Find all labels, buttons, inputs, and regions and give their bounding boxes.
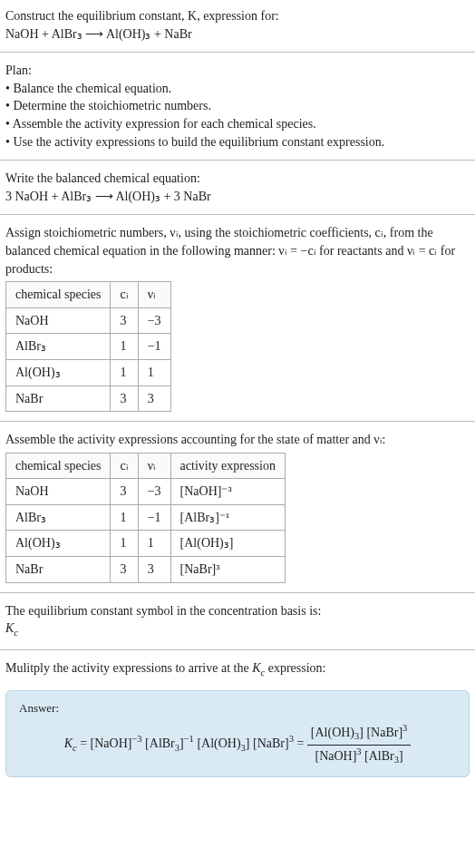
unbalanced-reaction: NaOH + AlBr₃ ⟶ Al(OH)₃ + NaBr (5, 25, 470, 44)
table-row: NaBr 3 3 (6, 385, 171, 412)
multiply-line: Mulitply the activity expressions to arr… (5, 661, 325, 675)
table-row: NaOH 3 −3 (6, 307, 171, 334)
cell-species: NaOH (6, 479, 111, 505)
cell-v: −3 (138, 307, 170, 334)
plan-item: • Assemble the activity expression for e… (5, 115, 470, 133)
kc-symbol: Kc (5, 619, 470, 639)
table-row: Al(OH)₃ 1 1 (6, 359, 171, 385)
answer-label: Answer: (19, 700, 456, 717)
balanced-label: Write the balanced chemical equation: (5, 170, 470, 188)
activity-section: Assemble the activity expressions accoun… (0, 424, 475, 590)
table-row: Al(OH)₃ 1 1 [Al(OH)₃] (6, 531, 286, 557)
divider (0, 160, 475, 161)
cell-species: AlBr₃ (6, 504, 111, 531)
plan-item: • Use the activity expressions to build … (5, 133, 470, 151)
cell-c: 1 (111, 359, 138, 385)
cell-expr: [NaOH]⁻³ (170, 479, 285, 505)
fraction-denominator: [NaOH]3 [AlBr3] (307, 746, 412, 767)
cell-expr: [NaBr]³ (170, 557, 285, 583)
cell-species: NaOH (6, 307, 111, 334)
col-c: cᵢ (111, 282, 138, 308)
stoich-intro: Assign stoichiometric numbers, νᵢ, using… (5, 224, 470, 278)
activity-intro: Assemble the activity expressions accoun… (5, 431, 470, 449)
table-row: AlBr₃ 1 −1 [AlBr₃]⁻¹ (6, 504, 286, 531)
table-header-row: chemical species cᵢ νᵢ (6, 282, 171, 308)
balanced-section: Write the balanced chemical equation: 3 … (0, 162, 475, 212)
col-v: νᵢ (138, 453, 170, 479)
stoich-table: chemical species cᵢ νᵢ NaOH 3 −3 AlBr₃ 1… (5, 281, 171, 412)
plan-item: • Determine the stoichiometric numbers. (5, 97, 470, 115)
cell-c: 3 (111, 307, 138, 334)
cell-expr: [AlBr₃]⁻¹ (170, 504, 285, 531)
cell-c: 1 (111, 531, 138, 557)
fraction-numerator: [Al(OH)3] [NaBr]3 (307, 722, 412, 745)
cell-c: 1 (111, 334, 138, 360)
cell-expr: [Al(OH)₃] (170, 531, 285, 557)
multiply-section: Mulitply the activity expressions to arr… (0, 652, 475, 687)
col-expr: activity expression (170, 453, 285, 479)
divider (0, 214, 475, 215)
cell-v: 3 (138, 385, 170, 412)
table-header-row: chemical species cᵢ νᵢ activity expressi… (6, 453, 286, 479)
cell-v: 3 (138, 557, 170, 583)
cell-c: 3 (111, 479, 138, 505)
plan-title: Plan: (5, 62, 470, 80)
cell-species: NaBr (6, 557, 111, 583)
table-row: NaOH 3 −3 [NaOH]⁻³ (6, 479, 286, 505)
cell-v: −3 (138, 479, 170, 505)
prompt-line: Construct the equilibrium constant, K, e… (5, 9, 279, 23)
plan-item: • Balance the chemical equation. (5, 80, 470, 98)
cell-species: NaBr (6, 385, 111, 412)
cell-c: 1 (111, 504, 138, 531)
cell-species: AlBr₃ (6, 334, 111, 360)
cell-species: Al(OH)₃ (6, 531, 111, 557)
cell-v: −1 (138, 504, 170, 531)
answer-section: Answer: Kc = [NaOH]−3 [AlBr3]−1 [Al(OH)3… (0, 690, 475, 784)
cell-species: Al(OH)₃ (6, 359, 111, 385)
cell-v: 1 (138, 359, 170, 385)
table-row: AlBr₃ 1 −1 (6, 334, 171, 360)
cell-c: 3 (111, 385, 138, 412)
divider (0, 52, 475, 53)
kc-expression: Kc = [NaOH]−3 [AlBr3]−1 [Al(OH)3] [NaBr]… (19, 722, 456, 766)
kc-symbol-section: The equilibrium constant symbol in the c… (0, 595, 475, 648)
col-species: chemical species (6, 282, 111, 308)
stoich-section: Assign stoichiometric numbers, νᵢ, using… (0, 217, 475, 419)
divider (0, 649, 475, 650)
prompt-section: Construct the equilibrium constant, K, e… (0, 0, 475, 50)
kc-symbol-line: The equilibrium constant symbol in the c… (5, 602, 470, 620)
activity-table: chemical species cᵢ νᵢ activity expressi… (5, 453, 286, 583)
col-c: cᵢ (111, 453, 138, 479)
col-v: νᵢ (138, 282, 170, 308)
cell-c: 3 (111, 557, 138, 583)
cell-v: −1 (138, 334, 170, 360)
divider (0, 421, 475, 422)
prompt-text: Construct the equilibrium constant, K, e… (5, 7, 470, 25)
cell-v: 1 (138, 531, 170, 557)
balanced-reaction: 3 NaOH + AlBr₃ ⟶ Al(OH)₃ + 3 NaBr (5, 188, 470, 206)
plan-section: Plan: • Balance the chemical equation. •… (0, 54, 475, 158)
table-row: NaBr 3 3 [NaBr]³ (6, 557, 286, 583)
col-species: chemical species (6, 453, 111, 479)
kc-fraction: [Al(OH)3] [NaBr]3 [NaOH]3 [AlBr3] (307, 722, 412, 766)
answer-box: Answer: Kc = [NaOH]−3 [AlBr3]−1 [Al(OH)3… (5, 690, 470, 776)
divider (0, 592, 475, 593)
